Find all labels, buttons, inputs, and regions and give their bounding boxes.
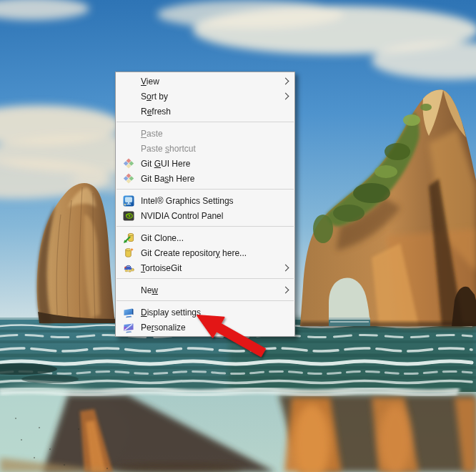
tortoisegit-icon [123, 262, 134, 274]
menu-item-git-create-repository[interactable]: Git Create repository here... [116, 245, 294, 260]
menu-item-view[interactable]: View [116, 74, 294, 89]
menu-item-label: Paste shortcut [141, 144, 290, 154]
menu-item-display-settings[interactable]: Display settings [116, 305, 294, 320]
menu-item-label: Personalize [141, 323, 290, 333]
menu-item-label: Paste [141, 129, 290, 139]
icon-slot [116, 232, 141, 244]
icon-slot [116, 322, 141, 333]
icon-slot [116, 158, 141, 169]
git-create-repo-icon [123, 247, 134, 259]
menu-separator [116, 122, 294, 122]
menu-item-label: Sort by [141, 92, 283, 102]
icon-slot [116, 262, 141, 274]
submenu-arrow-icon [282, 265, 289, 272]
menu-item-intel-graphics-settings[interactable]: Intel® Graphics Settings [116, 193, 294, 208]
nvidia-icon [123, 210, 134, 222]
menu-item-label: Git GUI Here [141, 159, 290, 169]
menu-item-label: NVIDIA Control Panel [141, 211, 290, 221]
menu-separator [116, 189, 294, 190]
beach [0, 386, 476, 472]
submenu-arrow-icon [282, 287, 289, 294]
menu-item-label: View [141, 77, 283, 87]
submenu-arrow-icon [282, 78, 289, 85]
menu-item-paste-shortcut: Paste shortcut [116, 141, 294, 156]
icon-slot [116, 247, 141, 259]
menu-separator [116, 300, 294, 301]
git-clone-icon [123, 232, 134, 244]
intel-graphics-icon [123, 195, 134, 207]
menu-item-git-gui-here[interactable]: Git GUI Here [116, 156, 294, 171]
personalize-icon [123, 322, 134, 333]
icon-slot [116, 210, 141, 222]
menu-item-label: TortoiseGit [141, 263, 283, 273]
desktop[interactable]: View Sort by Refresh Paste Paste shortcu… [0, 0, 476, 472]
desktop-context-menu: View Sort by Refresh Paste Paste shortcu… [115, 72, 295, 337]
menu-item-paste: Paste [116, 126, 294, 141]
menu-item-nvidia-control-panel[interactable]: NVIDIA Control Panel [116, 208, 294, 223]
menu-item-new[interactable]: New [116, 282, 294, 298]
menu-item-personalize[interactable]: Personalize [116, 320, 294, 335]
menu-item-label: Display settings [141, 308, 290, 318]
menu-item-git-clone[interactable]: Git Clone... [116, 230, 294, 245]
icon-slot [116, 307, 141, 318]
menu-item-git-bash-here[interactable]: Git Bash Here [116, 171, 294, 186]
menu-separator [116, 278, 294, 279]
submenu-arrow-icon [282, 93, 289, 100]
menu-item-sort-by[interactable]: Sort by [116, 89, 294, 104]
menu-item-label: Intel® Graphics Settings [141, 196, 290, 206]
menu-item-label: Refresh [141, 107, 290, 117]
display-settings-icon [123, 307, 134, 318]
git-bash-icon [123, 173, 134, 185]
git-gui-icon [123, 158, 134, 169]
menu-item-refresh[interactable]: Refresh [116, 104, 294, 119]
menu-item-label: Git Bash Here [141, 174, 290, 184]
menu-item-label: Git Clone... [141, 233, 290, 243]
icon-slot [116, 173, 141, 185]
icon-slot [116, 195, 141, 207]
menu-separator [116, 226, 294, 227]
menu-item-label: Git Create repository here... [141, 248, 290, 258]
menu-item-tortoisegit[interactable]: TortoiseGit [116, 260, 294, 275]
menu-item-label: New [141, 285, 283, 295]
